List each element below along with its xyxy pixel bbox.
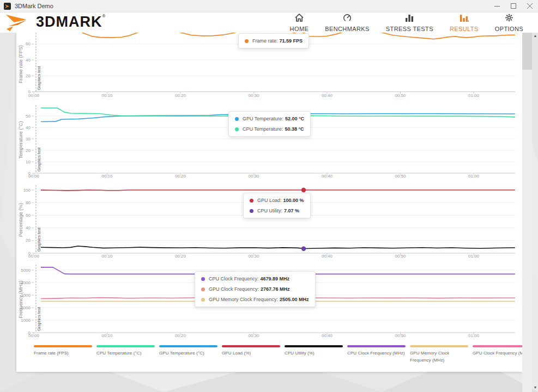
scroll-down-icon[interactable]: ▼ (533, 385, 538, 389)
svg-text:00:30: 00:30 (248, 93, 259, 98)
tooltip-row: CPU Utility:7.07 % (250, 208, 304, 213)
series-dot-icon (201, 287, 205, 291)
scroll-up-icon[interactable]: ▲ (533, 34, 538, 38)
nav-label: HOME (290, 26, 309, 32)
legend-color-bar (159, 345, 217, 347)
tooltip-row: GPU Memory Clock Frequency:2505.00 MHz (201, 297, 309, 302)
navbar: 3DMARK ® HOMEBENCHMARKSSTRESS TESTSRESUL… (0, 12, 538, 33)
legend-color-bar (222, 345, 280, 347)
series-dot-icon (201, 298, 205, 302)
svg-text:00:00: 00:00 (28, 174, 40, 179)
svg-text:00:50: 00:50 (395, 333, 406, 338)
svg-text:00:10: 00:10 (101, 93, 113, 98)
svg-text:5000: 5000 (21, 268, 31, 273)
svg-text:00:20: 00:20 (175, 174, 186, 179)
tooltip-label: Frame rate: (252, 38, 278, 44)
svg-text:01:00: 01:00 (468, 333, 480, 338)
svg-text:00:20: 00:20 (175, 93, 186, 98)
svg-text:00:50: 00:50 (395, 254, 406, 259)
legend-item[interactable]: CPU Clock Frequency (MHz) (347, 345, 406, 364)
minimize-button[interactable] (489, 1, 505, 12)
tooltip-value: 4679.89 MHz (261, 276, 290, 281)
nav-item-home[interactable]: HOME (282, 13, 317, 32)
series-dot-icon (201, 277, 205, 281)
svg-text:00:10: 00:10 (101, 174, 113, 179)
svg-text:20: 20 (26, 148, 31, 153)
svg-text:Graphics test: Graphics test (37, 227, 41, 252)
close-icon (527, 3, 533, 9)
tooltip-label: GPU Load: (257, 198, 282, 203)
legend-color-bar (34, 345, 92, 347)
svg-text:40: 40 (26, 125, 31, 130)
svg-text:00:20: 00:20 (175, 333, 186, 338)
svg-text:00:40: 00:40 (322, 93, 333, 98)
tooltip-label: CPU Clock Frequency: (209, 276, 259, 281)
legend-label: CPU Temperature (°C) (96, 350, 155, 357)
tooltip-label: GPU Clock Frequency: (209, 286, 259, 292)
scrollbar-track[interactable] (522, 33, 532, 392)
nav-item-benchmarks[interactable]: BENCHMARKS (317, 13, 378, 32)
nav-item-options[interactable]: OPTIONS (487, 13, 531, 32)
svg-text:30: 30 (26, 137, 31, 142)
app-logo-icon (4, 3, 11, 10)
legend-label: GPU Load (%) (222, 350, 280, 357)
svg-text:Graphics test: Graphics test (37, 307, 41, 331)
legend-label: CPU Utility (%) (285, 350, 343, 357)
legend-label: CPU Clock Frequency (MHz) (347, 350, 406, 357)
tooltip-value: 71.59 FPS (280, 38, 303, 44)
chart-legend: Frame rate (FPS)CPU Temperature (°C)GPU … (34, 345, 531, 364)
brand-text: 3DMARK (36, 13, 102, 31)
svg-text:00:40: 00:40 (322, 254, 333, 259)
svg-text:Graphics test: Graphics test (37, 65, 41, 90)
tooltip-row: CPU Clock Frequency:4679.89 MHz (201, 276, 309, 281)
svg-text:Frequency (MHz): Frequency (MHz) (18, 280, 23, 318)
legend-item[interactable]: GPU Memory Clock Frequency (MHz) (410, 345, 468, 364)
tooltip-row: GPU Load:100.00 % (250, 198, 304, 203)
legend-label: Frame rate (FPS) (34, 350, 92, 357)
legend-item[interactable]: CPU Utility (%) (285, 345, 343, 364)
tooltip-frequency: CPU Clock Frequency:4679.89 MHzGPU Clock… (195, 271, 316, 307)
window-title: 3DMark Demo (15, 3, 53, 9)
svg-text:00:30: 00:30 (248, 174, 259, 179)
svg-text:01:00: 01:00 (468, 254, 480, 259)
tooltip-label: CPU Temperature: (243, 126, 283, 132)
tooltip-label: CPU Utility: (257, 208, 282, 213)
brand-logo[interactable]: 3DMARK ® (5, 13, 105, 32)
svg-text:80: 80 (26, 200, 31, 205)
svg-text:00:10: 00:10 (101, 254, 113, 259)
svg-text:40: 40 (26, 225, 31, 230)
svg-text:00:30: 00:30 (248, 333, 259, 338)
legend-item[interactable]: GPU Load (%) (222, 345, 280, 364)
legend-color-bar (410, 345, 468, 347)
legend-color-bar (96, 345, 155, 347)
legend-item[interactable]: CPU Temperature (°C) (96, 345, 155, 364)
legend-item[interactable]: Frame rate (FPS) (34, 345, 92, 364)
series-dot-icon (250, 209, 253, 213)
series-dot-icon (245, 39, 249, 43)
home-icon (294, 13, 304, 24)
legend-label: GPU Temperature (°C) (159, 350, 217, 357)
close-button[interactable] (522, 1, 538, 12)
main-navigation: HOMEBENCHMARKSSTRESS TESTSRESULTSOPTIONS (282, 13, 538, 32)
scrollbar-thumb[interactable] (522, 33, 532, 70)
svg-text:00:50: 00:50 (395, 93, 406, 98)
tooltip-label: GPU Memory Clock Frequency: (209, 297, 278, 302)
series-dot-icon (250, 199, 253, 203)
legend-item[interactable]: GPU Temperature (°C) (159, 345, 217, 364)
app-window: 3DMark Demo 3DMARK ® HOMEBENCHMARKSSTRES… (0, 0, 538, 392)
svg-text:20: 20 (26, 74, 31, 78)
nav-label: OPTIONS (495, 26, 523, 32)
tooltip-value: 7.07 % (284, 208, 299, 213)
nav-item-results[interactable]: RESULTS (442, 13, 487, 32)
svg-text:00:30: 00:30 (248, 254, 259, 259)
tooltip-row: CPU Temperature:50.38 °C (235, 126, 304, 132)
nav-label: BENCHMARKS (325, 26, 370, 32)
nav-label: STRESS TESTS (386, 26, 433, 32)
nav-item-stress-tests[interactable]: STRESS TESTS (378, 13, 442, 32)
maximize-button[interactable] (505, 1, 522, 12)
tooltip-row: Frame rate:71.59 FPS (245, 38, 303, 44)
svg-text:60: 60 (26, 213, 31, 218)
tooltip-value: 2505.00 MHz (280, 297, 309, 302)
svg-text:00:00: 00:00 (28, 93, 40, 98)
tooltip-framerate: Frame rate:71.59 FPS (238, 33, 309, 48)
